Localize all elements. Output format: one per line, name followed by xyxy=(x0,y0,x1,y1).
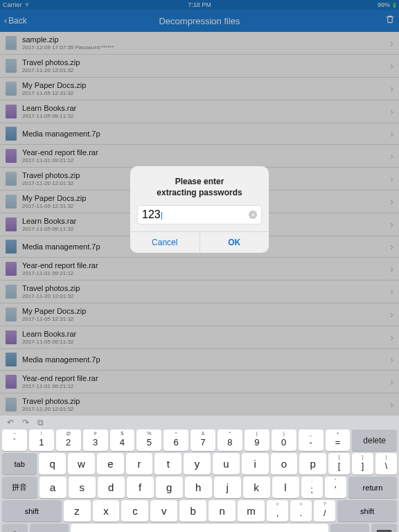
key-l[interactable]: l xyxy=(272,477,299,498)
key--[interactable]: _- xyxy=(299,429,323,451)
undo-icon[interactable]: ↶ xyxy=(7,418,14,427)
pinyin-key[interactable]: 拼音 xyxy=(2,477,37,498)
key-w[interactable]: w xyxy=(68,453,95,475)
key-][interactable]: }] xyxy=(352,453,373,475)
key-0[interactable]: )0 xyxy=(272,429,296,451)
key-9[interactable]: (9 xyxy=(245,429,269,451)
key-c[interactable]: c xyxy=(121,500,148,522)
key-=[interactable]: += xyxy=(326,429,351,451)
key-r[interactable]: r xyxy=(126,453,153,475)
key-6[interactable]: ^6 xyxy=(163,429,188,451)
key-v[interactable]: v xyxy=(150,500,177,522)
key-2[interactable]: @2 xyxy=(56,429,81,451)
key-k[interactable]: k xyxy=(243,477,270,498)
key-.[interactable]: >. xyxy=(290,500,312,522)
alert-title: Please enter extracting passwords xyxy=(130,166,269,205)
key-f[interactable]: f xyxy=(127,477,154,498)
return-key[interactable]: return xyxy=(348,477,397,498)
key-[[interactable]: {[ xyxy=(328,453,350,475)
key-t[interactable]: t xyxy=(154,453,181,475)
key-g[interactable]: g xyxy=(156,477,183,498)
key-8[interactable]: *8 xyxy=(218,429,242,451)
key-x[interactable]: x xyxy=(93,500,120,522)
shift-key[interactable]: shift xyxy=(2,500,62,522)
key-s[interactable]: s xyxy=(69,477,96,498)
cancel-button[interactable]: Cancel xyxy=(130,232,200,253)
key-z[interactable]: z xyxy=(64,500,91,522)
password-input-wrap[interactable]: 123 ✕ xyxy=(137,205,262,224)
delete-key[interactable]: delete xyxy=(352,429,397,451)
key-5[interactable]: %5 xyxy=(136,429,161,451)
emoji-key[interactable]: ☺ xyxy=(2,524,28,532)
key-q[interactable]: q xyxy=(39,453,66,475)
key-n[interactable]: n xyxy=(209,500,236,522)
keyboard[interactable]: ↶ ↷ ⧉ ~`!1@2#3$4%5^6&7*8(9)0_-+=delete t… xyxy=(0,416,399,532)
key-e[interactable]: e xyxy=(97,453,124,475)
ok-button[interactable]: OK xyxy=(200,232,269,253)
key-4[interactable]: $4 xyxy=(110,429,135,451)
key-o[interactable]: o xyxy=(271,453,298,475)
numeric-key-right[interactable]: .?123 xyxy=(330,524,369,532)
numeric-key[interactable]: .?123 xyxy=(30,524,69,532)
key-i[interactable]: i xyxy=(242,453,269,475)
clipboard-icon[interactable]: ⧉ xyxy=(37,418,44,427)
key-m[interactable]: m xyxy=(238,500,265,522)
key-p[interactable]: p xyxy=(299,453,326,475)
password-alert: Please enter extracting passwords 123 ✕ … xyxy=(130,166,269,253)
redo-icon[interactable]: ↷ xyxy=(22,418,29,427)
keyboard-toolbar: ↶ ↷ ⧉ xyxy=(0,416,399,429)
key-3[interactable]: #3 xyxy=(83,429,108,451)
key-j[interactable]: j xyxy=(214,477,241,498)
key-a[interactable]: a xyxy=(39,477,66,498)
key-1[interactable]: !1 xyxy=(29,429,54,451)
key-b[interactable]: b xyxy=(179,500,206,522)
key-u[interactable]: u xyxy=(213,453,240,475)
key-h[interactable]: h xyxy=(185,477,212,498)
shift-key-right[interactable]: shift xyxy=(337,500,397,522)
key-;[interactable]: :; xyxy=(301,477,323,498)
key-7[interactable]: &7 xyxy=(190,429,215,451)
clear-input-icon[interactable]: ✕ xyxy=(249,211,257,219)
key-\[interactable]: |\ xyxy=(375,453,397,475)
tab-key[interactable]: tab xyxy=(2,453,37,475)
key-'[interactable]: "' xyxy=(325,477,346,498)
dismiss-keyboard-key[interactable]: ⌨ xyxy=(371,524,397,532)
space-key[interactable] xyxy=(71,524,328,532)
key-,[interactable]: <, xyxy=(267,500,288,522)
key-y[interactable]: y xyxy=(184,453,211,475)
key-d[interactable]: d xyxy=(98,477,125,498)
key-`[interactable]: ~` xyxy=(2,429,27,451)
key-/[interactable]: ?/ xyxy=(314,500,335,522)
password-input[interactable]: 123 xyxy=(142,209,162,221)
